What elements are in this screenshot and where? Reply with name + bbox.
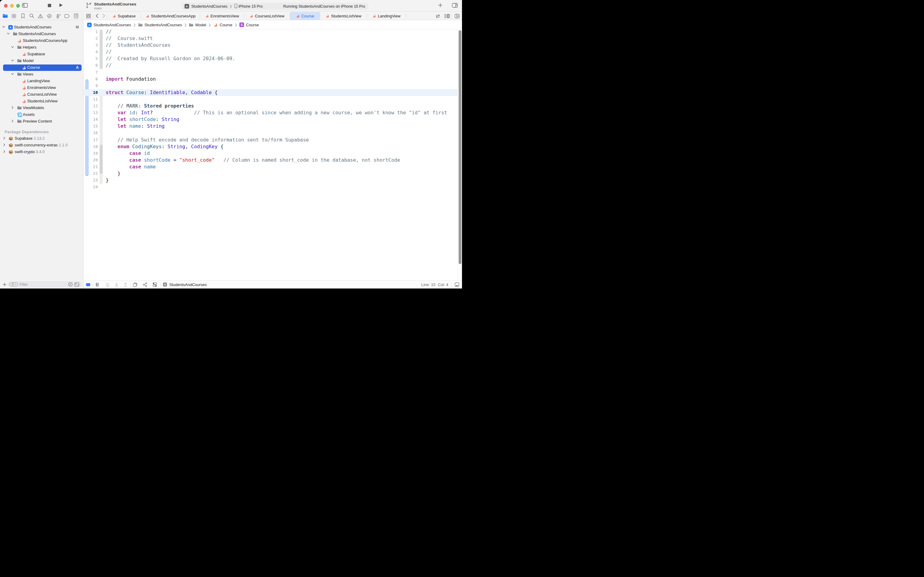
line-col-indicator[interactable]: Line: 10Col: 4	[421, 282, 448, 287]
disclosure-closed-icon[interactable]	[3, 150, 6, 154]
package-row-supabase[interactable]: Supabase 2.13.2	[0, 135, 83, 142]
find-navigator-tab[interactable]	[27, 12, 36, 20]
navigator-row-viewmodels[interactable]: ViewModels	[0, 105, 83, 111]
related-items-icon[interactable]	[84, 12, 93, 20]
package-row-swift-crypto[interactable]: swift-crypto 3.4.0	[0, 148, 83, 155]
editor-tab-courseslistview[interactable]: CoursesListView	[244, 12, 290, 20]
editor-pause-icon[interactable]	[96, 283, 99, 287]
code-review-icon[interactable]	[86, 283, 90, 286]
code-line-9[interactable]: 9	[84, 82, 462, 89]
close-window-button[interactable]	[4, 4, 8, 8]
navigator-row-supabase[interactable]: Supabase	[0, 51, 83, 58]
scheme-menu[interactable]: StudentsAndCourses	[191, 4, 227, 8]
editor-tab-studentsandcoursesapp[interactable]: StudentsAndCoursesApp	[141, 12, 200, 20]
editor-tab-course[interactable]: Course	[290, 12, 320, 20]
project-navigator-tab[interactable]	[1, 12, 10, 20]
code-line-12[interactable]: 12 // MARK: Stored properties	[84, 103, 462, 110]
code-line-5[interactable]: 5// Created by Russell Gordon on 2024-06…	[84, 55, 462, 62]
toggle-inspector-button[interactable]	[450, 0, 460, 11]
editor-tab-studentslistview[interactable]: StudentsListView	[320, 12, 367, 20]
recent-files-filter-icon[interactable]	[68, 282, 73, 287]
code-line-10[interactable]: 10struct Course: Identifiable, Codable {	[84, 89, 457, 96]
code-line-13[interactable]: 13 var id: Int? // This is an optional s…	[84, 110, 462, 116]
add-editor-button[interactable]	[452, 12, 462, 20]
navigator-row-landingview[interactable]: LandingView	[0, 77, 83, 84]
stop-button[interactable]	[45, 0, 53, 11]
package-row-swift-concurrency-extras[interactable]: swift-concurrency-extras 1.1.0	[0, 142, 83, 148]
code-line-22[interactable]: 22 }	[84, 170, 462, 177]
code-line-23[interactable]: 23}	[84, 177, 462, 184]
navigator-row-course[interactable]: CourseA	[0, 64, 83, 71]
adjust-editor-options-icon[interactable]	[442, 12, 452, 20]
navigator-row-courseslistview[interactable]: CoursesListView	[0, 91, 83, 98]
minimize-window-button[interactable]	[10, 4, 14, 8]
code-line-11[interactable]: 11	[84, 96, 462, 103]
navigator-row-enrolmentsview[interactable]: EnrolmentsView	[0, 84, 83, 91]
disclosure-open-icon[interactable]	[11, 59, 14, 63]
disclosure-closed-icon[interactable]	[3, 143, 6, 147]
scheme-text[interactable]: StudentsAndCourses main	[94, 2, 136, 11]
code-line-8[interactable]: 8import Foundation	[84, 76, 462, 82]
debug-navigator-tab[interactable]	[54, 12, 63, 20]
code-line-4[interactable]: 4//	[84, 48, 462, 55]
disclosure-open-icon[interactable]	[11, 45, 14, 49]
code-line-21[interactable]: 21 case name	[84, 163, 462, 170]
go-back-button[interactable]	[93, 12, 101, 20]
zoom-window-button[interactable]	[16, 4, 20, 8]
code-line-20[interactable]: 20 case shortCode = "short_code" // Colu…	[84, 157, 462, 163]
navigator-row-studentslistview[interactable]: StudentsListView	[0, 98, 83, 105]
code-line-14[interactable]: 14 let shortCode: String	[84, 116, 462, 123]
filter-input[interactable]: Filter	[8, 282, 81, 287]
disclosure-open-icon[interactable]	[2, 25, 5, 29]
disclosure-closed-icon[interactable]	[11, 119, 14, 123]
jump-bar-item-model[interactable]: Model	[189, 23, 206, 27]
code-structure-icon[interactable]	[143, 282, 147, 287]
stacked-editors-icon[interactable]	[133, 282, 137, 287]
minimized-bar-icon[interactable]	[455, 282, 459, 287]
jump-bar-item-course[interactable]: SCourse	[239, 22, 259, 27]
navigator-row-preview-content[interactable]: Preview Content	[0, 118, 83, 125]
vertical-scrollbar[interactable]	[457, 30, 462, 280]
download-changes-icon[interactable]	[114, 282, 119, 287]
code-line-17[interactable]: 17 // Help Swift encode and decode infor…	[84, 137, 462, 143]
issue-navigator-tab[interactable]	[36, 12, 45, 20]
code-line-15[interactable]: 15 let name: String	[84, 123, 462, 130]
toggle-navigator-button[interactable]	[21, 0, 29, 11]
editor-tab-supabase[interactable]: Supabase	[107, 12, 141, 20]
hide-code-review-icon[interactable]	[105, 283, 110, 287]
breakpoint-navigator-tab[interactable]	[63, 12, 71, 20]
report-navigator-tab[interactable]	[71, 12, 80, 20]
navigator-row-views[interactable]: Views	[0, 71, 83, 77]
code-line-6[interactable]: 6//	[84, 62, 462, 69]
code-line-1[interactable]: 1//	[84, 30, 462, 35]
code-line-7[interactable]: 7	[84, 69, 462, 76]
editor-tab-landingview[interactable]: LandingView	[367, 12, 406, 20]
run-destination-menu[interactable]: iPhone 15 Pro	[239, 4, 263, 8]
swap-editors-icon[interactable]	[434, 12, 442, 20]
code-line-3[interactable]: 3// StudentsAndCourses	[84, 42, 462, 48]
filter-icon[interactable]	[10, 282, 18, 286]
navigator-row-studentsandcourses[interactable]: AStudentsAndCoursesM	[0, 24, 83, 31]
test-navigator-tab[interactable]	[45, 12, 54, 20]
upload-changes-icon[interactable]	[124, 282, 127, 287]
code-line-24[interactable]: 24	[84, 184, 462, 190]
scm-status-filter-icon[interactable]	[74, 282, 80, 287]
source-editor[interactable]: 1//2// Course.swift3// StudentsAndCourse…	[84, 30, 462, 280]
navigator-row-model[interactable]: Model	[0, 58, 83, 64]
navigator-row-studentsandcoursesapp[interactable]: StudentsAndCoursesApp	[0, 37, 83, 44]
add-item-button[interactable]	[1, 280, 8, 288]
code-line-19[interactable]: 19 case id	[84, 150, 462, 157]
run-button[interactable]	[57, 0, 65, 11]
code-line-2[interactable]: 2// Course.swift	[84, 35, 462, 42]
disclosure-open-icon[interactable]	[7, 32, 10, 36]
code-line-16[interactable]: 16	[84, 130, 462, 136]
navigator-row-helpers[interactable]: Helpers	[0, 44, 83, 51]
scrollbar-thumb[interactable]	[459, 30, 461, 264]
jump-bar-item-studentsandcourses[interactable]: AStudentsAndCourses	[87, 23, 131, 27]
library-add-button[interactable]	[436, 0, 444, 11]
jump-bar-item-course[interactable]: Course	[213, 23, 233, 27]
source-control-navigator-tab[interactable]	[10, 12, 18, 20]
editor-tab-enrolmentsview[interactable]: EnrolmentsView	[200, 12, 244, 20]
running-app-name[interactable]: StudentsAndCourses	[169, 282, 207, 287]
navigator-row-studentsandcourses[interactable]: StudentsAndCourses	[0, 31, 83, 37]
